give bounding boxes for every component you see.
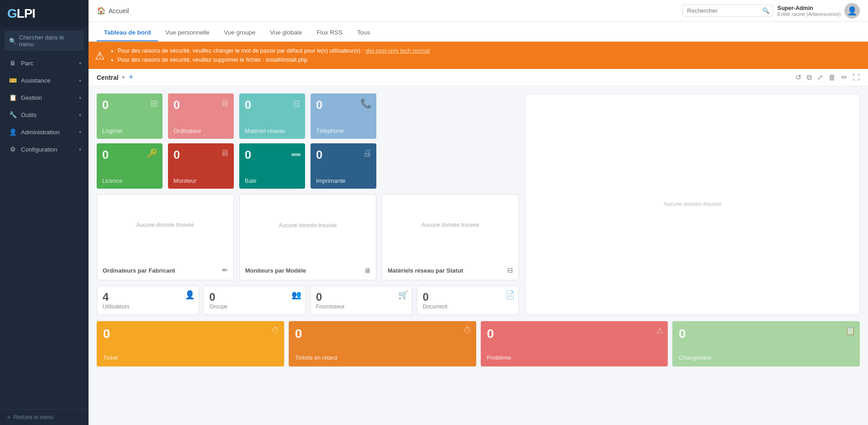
assistance-icon: 🎫 — [9, 76, 17, 84]
tab-tableau-de-bord[interactable]: Tableau de bord — [97, 24, 158, 41]
sidebar-label-configuration: Configuration — [21, 146, 57, 153]
sidebar-item-parc[interactable]: 🖥 Parc ▾ — [0, 54, 89, 72]
sidebar-search-label: Chercher dans le menu — [19, 34, 79, 48]
no-data-right: Aucune donnée trouvée — [655, 183, 730, 225]
alert-line-1: Pour des raisons de sécurité, veuillez c… — [118, 46, 430, 55]
stat-card-changement[interactable]: 0 📋 Changement — [672, 321, 860, 366]
fullscreen-icon[interactable]: ⛶ — [853, 73, 860, 82]
tabs-bar: Tableau de bord Vue personnelle Vue grou… — [89, 22, 868, 42]
chevron-down-icon: ▾ — [79, 61, 81, 66]
sidebar-item-configuration[interactable]: ⚙ Configuration ▾ — [0, 141, 89, 158]
moniteur-icon: 🖥 — [220, 148, 229, 158]
stat-card-tickets-retard[interactable]: 0 ⏱ Tickets en retard — [289, 321, 476, 366]
no-data-materiels: Aucune donnée trouvée — [421, 213, 479, 237]
tickets-section-row: 0 ⏱ Ticket 0 ⏱ Tickets en retard 0 ⚠ Pro… — [97, 321, 860, 366]
logo: GLPI — [7, 6, 35, 21]
dashboard-title: Central — [97, 74, 118, 81]
asset-card-telephone[interactable]: 0 📞 Téléphone — [311, 93, 376, 139]
chevron-down-icon: ▾ — [79, 112, 81, 117]
edit-panel-icon[interactable]: ✏ — [222, 266, 228, 274]
tab-vue-personnelle[interactable]: Vue personnelle — [158, 24, 217, 41]
licence-icon: 🔑 — [147, 148, 158, 159]
asset-card-licence[interactable]: 0 🔑 Licence — [97, 143, 163, 189]
search-wrapper[interactable]: 🔍 — [682, 5, 773, 17]
asset-cards-row-1: 0 ⊞ Logiciel 0 🖥 Ordinateur 0 ⊟ Mat — [97, 93, 519, 139]
sidebar-label-gestion: Gestion — [21, 94, 42, 101]
asset-card-logiciel[interactable]: 0 ⊞ Logiciel — [97, 93, 163, 139]
groupe-icon: 👥 — [291, 290, 301, 300]
logiciel-icon: ⊞ — [150, 98, 158, 109]
user-info: Super-Admin Entité racine (Arborescence)… — [778, 3, 860, 19]
mini-cards-row: 4 Utilisateurs 👤 0 Groupe 👥 0 Fournisseu… — [97, 286, 519, 315]
sidebar-item-administration[interactable]: 👤 Administration ▾ — [0, 123, 89, 141]
administration-icon: 👤 — [9, 128, 17, 136]
sidebar-label-parc: Parc — [21, 60, 34, 67]
asset-card-ordinateur[interactable]: 0 🖥 Ordinateur — [168, 93, 234, 139]
tab-flux-rss[interactable]: Flux RSS — [309, 24, 350, 41]
main-area: 🏠 Accueil 🔍 Super-Admin Entité racine (A… — [89, 0, 868, 425]
share-icon[interactable]: ⤢ — [817, 73, 823, 82]
stat-card-probleme[interactable]: 0 ⚠ Problème — [481, 321, 668, 366]
monitor-panel-icon[interactable]: 🖥 — [364, 267, 370, 274]
right-column: Aucune donnée trouvée — [525, 93, 860, 315]
alert-link[interactable]: glpi post-only tech normal — [365, 48, 429, 54]
add-dashboard-button[interactable]: + — [128, 73, 133, 82]
alert-line-2: Pour des raisons de sécurité, veuillez s… — [118, 55, 430, 64]
baie-icon: ▬ — [291, 148, 301, 158]
mini-card-fournisseur[interactable]: 0 Fournisseur 🛒 — [310, 286, 412, 315]
tab-vue-groupe[interactable]: Vue groupe — [217, 24, 262, 41]
user-entity: Entité racine (Arborescence) — [778, 11, 841, 17]
mini-card-groupe[interactable]: 0 Groupe 👥 — [203, 286, 306, 315]
dashboard-toolbar: Central ▾ + ↺ ⧉ ⤢ 🗑 ✏ ⛶ — [89, 69, 868, 86]
asset-cards-row-2: 0 🔑 Licence 0 🖥 Moniteur 0 ▬ Baie — [97, 143, 519, 189]
dashboard-toolbar-icons: ↺ ⧉ ⤢ 🗑 ✏ ⛶ — [795, 73, 860, 82]
retard-icon: ⏱ — [464, 326, 472, 335]
delete-icon[interactable]: 🗑 — [829, 73, 836, 82]
reduce-menu-button[interactable]: « Réduire le menu — [0, 409, 89, 425]
no-data-ordinateurs: Aucune donnée trouvée — [136, 213, 194, 237]
mini-card-utilisateurs[interactable]: 4 Utilisateurs 👤 — [97, 286, 199, 315]
document-icon: 📄 — [505, 290, 515, 300]
tab-tous[interactable]: Tous — [350, 24, 377, 41]
chart-panels-row: Aucune donnée trouvée Ordinateurs par Fa… — [97, 194, 519, 280]
sidebar-label-administration: Administration — [21, 129, 60, 136]
ordinateur-icon: 🖥 — [220, 98, 229, 108]
dashboard-grid: 0 ⊞ Logiciel 0 🖥 Ordinateur 0 ⊟ Mat — [89, 86, 868, 374]
asset-card-materiel-reseau[interactable]: 0 ⊟ Matériel réseau — [239, 93, 305, 139]
chevron-down-icon: ▾ — [79, 95, 81, 100]
panel-title-moniteurs: Moniteurs par Modèle — [245, 267, 306, 274]
search-input[interactable] — [682, 5, 773, 17]
reduce-icon: « — [7, 414, 10, 420]
ticket-icon: ⏱ — [271, 326, 280, 335]
avatar: 👤 — [844, 3, 860, 19]
breadcrumb-label: Accueil — [108, 7, 129, 15]
mini-card-document[interactable]: 0 Document 📄 — [417, 286, 519, 315]
panel-materiels-statut: Aucune donnée trouvée Matériels réseau p… — [382, 194, 519, 280]
search-icon: 🔍 — [9, 38, 16, 44]
sidebar-item-assistance[interactable]: 🎫 Assistance ▾ — [0, 72, 89, 89]
outils-icon: 🔧 — [9, 111, 17, 119]
warning-icon: ⚠ — [95, 47, 105, 64]
history-icon[interactable]: ↺ — [795, 73, 801, 82]
sidebar-item-gestion[interactable]: 📋 Gestion ▾ — [0, 89, 89, 106]
asset-card-imprimante[interactable]: 0 🖨 Imprimante — [311, 143, 376, 189]
sidebar: GLPI 🔍 Chercher dans le menu 🖥 Parc ▾ 🎫 … — [0, 0, 89, 425]
materiels-panel-icon[interactable]: ⊟ — [507, 266, 513, 274]
gestion-icon: 📋 — [9, 93, 17, 102]
panel-ordinateurs-fabricant: Aucune donnée trouvée Ordinateurs par Fa… — [97, 194, 234, 280]
asset-card-moniteur[interactable]: 0 🖥 Moniteur — [168, 143, 234, 189]
asset-card-baie[interactable]: 0 ▬ Baie — [239, 143, 305, 189]
copy-icon[interactable]: ⧉ — [807, 73, 812, 82]
dropdown-arrow-icon[interactable]: ▾ — [122, 74, 125, 80]
tab-vue-globale[interactable]: Vue globale — [263, 24, 310, 41]
sidebar-search[interactable]: 🔍 Chercher dans le menu — [5, 31, 84, 51]
sidebar-label-assistance: Assistance — [21, 77, 50, 84]
edit-icon[interactable]: ✏ — [841, 73, 847, 82]
sidebar-item-outils[interactable]: 🔧 Outils ▾ — [0, 106, 89, 123]
home-icon: 🏠 — [97, 6, 106, 15]
alert-banner: ⚠ Pour des raisons de sécurité, veuillez… — [89, 42, 868, 69]
sidebar-logo: GLPI — [0, 0, 89, 27]
changement-icon: 📋 — [845, 326, 855, 336]
parc-icon: 🖥 — [9, 59, 17, 67]
stat-card-ticket[interactable]: 0 ⏱ Ticket — [97, 321, 284, 366]
